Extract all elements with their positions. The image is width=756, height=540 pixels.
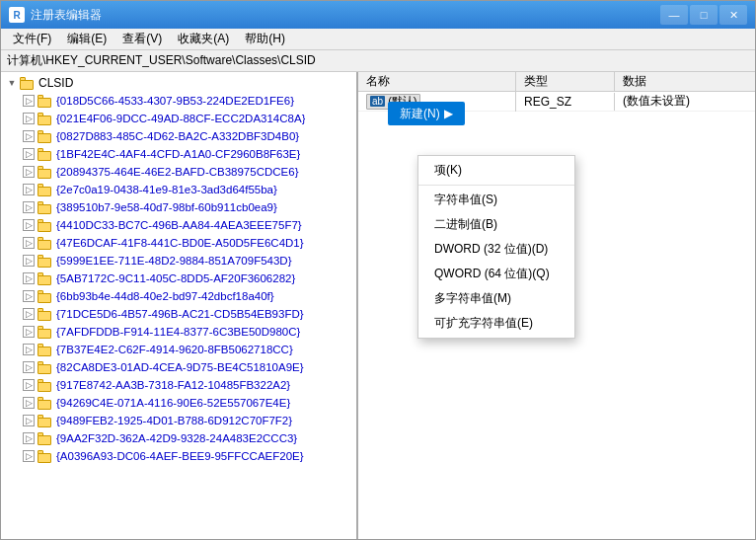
tree-item-6[interactable]: ▷{389510b7-9e58-40d7-98bf-60b911cb0ea9} [1,198,356,216]
tree-label-20: {A0396A93-DC06-4AEF-BEE9-95FFCCAEF20E} [56,450,304,462]
tree-item-1[interactable]: ▷{021E4F06-9DCC-49AD-88CF-ECC2DA314C8A} [1,110,356,127]
folder-icon-16 [38,378,53,392]
tree-item-9[interactable]: ▷{5999E1EE-711E-48D2-9884-851A709F543D} [1,252,356,270]
tree-label-4: {20894375-464E-46E2-BAFD-CB38975CDCE6} [56,166,299,178]
menu-view[interactable]: 查看(V) [114,29,170,49]
tree-item-19[interactable]: ▷{9AA2F32D-362A-42D9-9328-24A483E2CCC3} [1,429,356,447]
tree-label-6: {389510b7-9e58-40d7-98bf-60b911cb0ea9} [56,201,277,213]
folder-icon-10 [38,271,53,285]
folder-icon-9 [38,254,53,268]
expand-icon-17[interactable]: ▷ [23,397,35,409]
menu-file[interactable]: 文件(F) [5,29,59,49]
folder-icon [20,76,36,90]
tree-item-15[interactable]: ▷{82CA8DE3-01AD-4CEA-9D75-BE4C51810A9E} [1,358,356,376]
tree-item-12[interactable]: ▷{71DCE5D6-4B57-496B-AC21-CD5B54EB93FD} [1,305,356,323]
dropdown-item-qword[interactable]: QWORD (64 位值)(Q) [418,262,574,286]
expand-icon-12[interactable]: ▷ [23,308,35,320]
dropdown-item-string[interactable]: 字符串值(S) [418,188,574,212]
col-type-header: 类型 [516,72,615,91]
expand-icon-18[interactable]: ▷ [23,415,35,426]
tree-label-8: {47E6DCAF-41F8-441C-BD0E-A50D5FE6C4D1} [56,237,304,249]
tree-item-18[interactable]: ▷{9489FEB2-1925-4D01-B788-6D912C70F7F2} [1,412,356,429]
right-panel: 名称 类型 数据 ab (默认) REG_SZ (数值未设置) [358,72,755,539]
expand-icon-11[interactable]: ▷ [23,290,35,302]
tree-item-14[interactable]: ▷{7B37E4E2-C62F-4914-9620-8FB5062718CC} [1,341,356,358]
expand-icon-1[interactable]: ▷ [23,113,35,124]
folder-icon-20 [38,449,53,463]
dropdown-item-binary[interactable]: 二进制值(B) [418,212,574,237]
tree-item-0[interactable]: ▷{018D5C66-4533-4307-9B53-224DE2ED1FE6} [1,92,356,110]
expand-icon-14[interactable]: ▷ [23,344,35,355]
tree-label-1: {021E4F06-9DCC-49AD-88CF-ECC2DA314C8A} [56,113,305,124]
tree-label-11: {6bb93b4e-44d8-40e2-bd97-42dbcf18a40f} [56,290,274,302]
dropdown-item-key[interactable]: 项(K) [418,158,574,183]
tree-item-16[interactable]: ▷{917E8742-AA3B-7318-FA12-10485FB322A2} [1,376,356,394]
expand-icon-8[interactable]: ▷ [23,237,35,249]
tree-item-4[interactable]: ▷{20894375-464E-46E2-BAFD-CB38975CDCE6} [1,163,356,181]
ab-icon: ab [370,96,385,107]
expand-icon-9[interactable]: ▷ [23,255,35,267]
tree-item-17[interactable]: ▷{94269C4E-071A-4116-90E6-52E557067E4E} [1,394,356,412]
col-name-header: 名称 [358,72,516,91]
tree-item-13[interactable]: ▷{7AFDFDDB-F914-11E4-8377-6C3BE50D980C} [1,323,356,341]
tree-label-14: {7B37E4E2-C62F-4914-9620-8FB5062718CC} [56,344,293,355]
tree-item-10[interactable]: ▷{5AB7172C-9C11-405C-8DD5-AF20F3606282} [1,270,356,287]
folder-icon-17 [38,396,53,410]
expand-icon-0[interactable]: ▷ [23,95,35,107]
expand-icon-6[interactable]: ▷ [23,201,35,213]
title-bar: R 注册表编辑器 — □ ✕ [1,1,755,29]
folder-icon-14 [38,343,53,356]
table-header: 名称 类型 数据 [358,72,755,92]
tree-item-11[interactable]: ▷{6bb93b4e-44d8-40e2-bd97-42dbcf18a40f} [1,287,356,305]
folder-icon-13 [38,325,53,339]
tree-item-clsid[interactable]: ▼ CLSID [1,74,356,92]
expand-icon-20[interactable]: ▷ [23,450,35,462]
expand-icon-3[interactable]: ▷ [23,148,35,160]
dropdown-item-expandstring[interactable]: 可扩充字符串值(E) [418,311,574,336]
tree-item-3[interactable]: ▷{1BF42E4C-4AF4-4CFD-A1A0-CF2960B8F63E} [1,145,356,163]
clsid-label: CLSID [38,76,73,90]
dropdown-item-multistring[interactable]: 多字符串值(M) [418,286,574,311]
window-title: 注册表编辑器 [31,7,660,24]
new-button-arrow: ▶ [444,107,453,120]
expand-icon-16[interactable]: ▷ [23,379,35,391]
expand-icon-10[interactable]: ▷ [23,272,35,284]
folder-icon-11 [38,289,53,303]
tree-item-2[interactable]: ▷{0827D883-485C-4D62-BA2C-A332DBF3D4B0} [1,127,356,145]
menu-edit[interactable]: 编辑(E) [59,29,114,49]
tree-label-19: {9AA2F32D-362A-42D9-9328-24A483E2CCC3} [56,432,297,444]
minimize-button[interactable]: — [660,5,688,25]
tree-item-5[interactable]: ▷{2e7c0a19-0438-41e9-81e3-3ad3d64f55ba} [1,181,356,198]
new-button[interactable]: 新建(N) ▶ [388,102,465,125]
menu-help[interactable]: 帮助(H) [237,29,293,49]
folder-icon-6 [38,200,53,214]
expand-icon[interactable]: ▼ [5,76,19,90]
reg-data-cell: (数值未设置) [615,92,755,112]
expand-icon-15[interactable]: ▷ [23,361,35,373]
expand-icon-7[interactable]: ▷ [23,219,35,231]
tree-item-8[interactable]: ▷{47E6DCAF-41F8-441C-BD0E-A50D5FE6C4D1} [1,234,356,252]
dropdown-key-label: 项(K) [434,163,462,177]
left-panel[interactable]: ▼ CLSID ▷{018D5C66-4533-4307-9B53-224DE2… [1,72,358,539]
expand-icon-19[interactable]: ▷ [23,432,35,444]
expand-icon-5[interactable]: ▷ [23,184,35,195]
menu-favorites[interactable]: 收藏夹(A) [170,29,237,49]
folder-icon-19 [38,431,53,445]
tree-children: ▷{018D5C66-4533-4307-9B53-224DE2ED1FE6}▷… [1,92,356,465]
reg-type-cell: REG_SZ [516,93,615,111]
folder-icon-1 [38,112,53,125]
tree-label-13: {7AFDFDDB-F914-11E4-8377-6C3BE50D980C} [56,326,300,338]
new-button-label: 新建(N) [400,106,440,122]
close-button[interactable]: ✕ [719,5,747,25]
dropdown-item-dword[interactable]: DWORD (32 位值)(D) [418,237,574,262]
dropdown-separator-1 [418,185,574,186]
expand-icon-2[interactable]: ▷ [23,130,35,142]
folder-icon-3 [38,147,53,161]
tree-item-7[interactable]: ▷{4410DC33-BC7C-496B-AA84-4AEA3EEE75F7} [1,216,356,234]
folder-icon-15 [38,360,53,374]
expand-icon-4[interactable]: ▷ [23,166,35,178]
tree-item-20[interactable]: ▷{A0396A93-DC06-4AEF-BEE9-95FFCCAEF20E} [1,447,356,465]
expand-icon-13[interactable]: ▷ [23,326,35,338]
tree-root: ▼ CLSID ▷{018D5C66-4533-4307-9B53-224DE2… [1,72,356,467]
maximize-button[interactable]: □ [690,5,718,25]
